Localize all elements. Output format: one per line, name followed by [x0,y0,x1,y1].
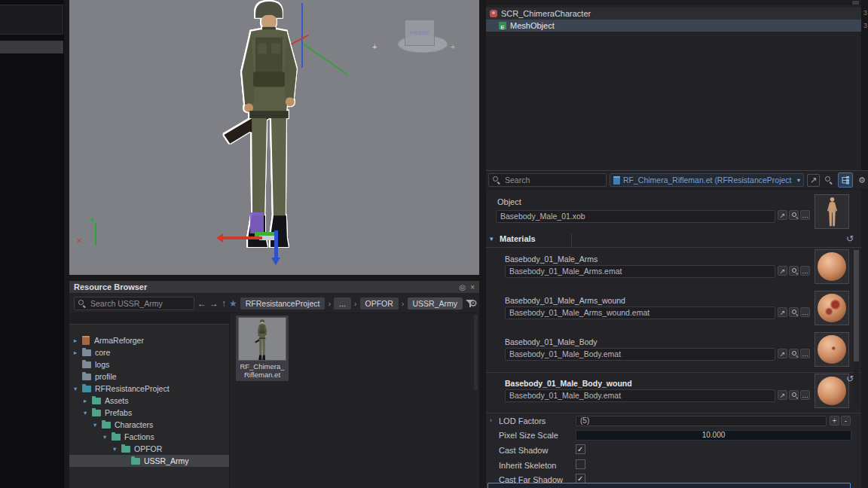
resource-search-input[interactable] [89,298,190,309]
tree-item-core[interactable]: core [69,346,229,358]
more-button[interactable] [800,390,810,400]
origin-axis-line [95,223,96,246]
back-button[interactable]: ← [197,298,206,309]
expand-arrow-icon[interactable]: › [490,416,492,424]
find-resource-button[interactable] [823,174,835,186]
material-thumbnail[interactable] [815,291,849,325]
pixel-size-scale-slider[interactable]: 10.000 [576,430,851,441]
tree-item-opfor[interactable]: OPFOR [69,443,229,455]
tree-item-factions[interactable]: Factions [69,431,229,443]
browse-icon[interactable] [789,390,799,400]
tree-item-rfresistanceproject[interactable]: RFResistanceProject [69,383,229,395]
view-cube[interactable]: FRONT [405,20,435,46]
lod-factors-field[interactable]: (5) [576,416,827,426]
view-cube-label: FRONT [410,30,430,35]
material-thumbnail[interactable] [815,374,849,408]
breadcrumb-ellipsis[interactable]: ... [334,297,351,310]
hierarchy-view-button[interactable] [838,172,853,188]
favorites-icon[interactable]: ★ [229,298,237,309]
tree-item-characters[interactable]: Characters [69,419,229,431]
breadcrumb-root[interactable]: RFResistanceProject [240,297,326,310]
gizmo-blue-line[interactable] [301,3,303,68]
object-path-field[interactable]: Basebody_Male_01.xob [496,210,775,223]
resource-grid[interactable]: RF_Chimera_Rifleman.et [231,313,479,488]
forward-button[interactable]: → [209,298,219,309]
open-button[interactable] [778,266,787,276]
more-button[interactable] [800,210,810,220]
gizmo-x-arrow[interactable] [223,236,262,239]
collapse-arrow-icon[interactable] [74,385,82,392]
collapse-arrow-icon[interactable]: ▾ [490,235,494,242]
add-lod-button[interactable]: + [830,416,839,425]
property-search-input[interactable] [503,175,602,185]
up-button[interactable]: ↑ [222,298,226,309]
open-button[interactable] [778,390,787,400]
folder-icon [121,446,130,453]
property-search-box[interactable] [488,173,607,187]
remove-lod-button[interactable]: - [841,416,851,425]
gizmo-z-arrow[interactable] [274,230,278,258]
material-path-field[interactable]: Basebody_01_Male_Body.emat [505,348,775,361]
scrollbar-thumb[interactable] [854,250,859,361]
more-button[interactable] [800,349,810,358]
3d-viewport[interactable]: + × FRONT + + [69,0,479,275]
resource-browser-header[interactable]: Resource Browser ◎ × [69,281,479,294]
resource-dropdown-value: RF_Chimera_Rifleman.et (RFResistanceProj… [623,175,794,185]
scrollbar[interactable] [854,250,859,407]
breadcrumb-current[interactable]: USSR_Army [408,297,463,310]
settings-gear-icon[interactable]: ⚙ [856,174,868,186]
tree-item-profile[interactable]: profile [69,371,229,383]
asset-rf-chimera-rifleman[interactable]: RF_Chimera_Rifleman.et [236,316,289,381]
resource-selector-row: RF_Chimera_Rifleman.et (RFResistanceProj… [486,170,868,190]
open-resource-button[interactable]: ↗ [807,174,820,187]
expand-arrow-icon[interactable] [84,397,92,404]
open-button[interactable] [778,307,787,317]
collapse-arrow-icon[interactable] [113,445,121,453]
browse-icon[interactable] [789,307,799,317]
character-model-soldier[interactable] [212,0,326,255]
collapse-arrow-icon[interactable] [93,421,102,429]
reset-icon[interactable]: ↺ [846,374,854,384]
inherit-skeleton-checkbox[interactable] [576,459,585,469]
open-button[interactable] [778,210,787,220]
collapse-arrow-icon[interactable] [103,433,112,441]
tree-item-prefabs[interactable]: Prefabs [69,407,229,419]
reset-icon[interactable]: ↺ [846,233,854,244]
cast-shadow-checkbox[interactable] [576,444,585,454]
gizmo-violet-block[interactable] [250,212,264,233]
material-thumbnail[interactable] [815,249,849,284]
collapsed-panel-row[interactable] [0,41,63,53]
asset-thumbnail-soldier [252,319,272,361]
resource-dropdown[interactable]: RF_Chimera_Rifleman.et (RFResistanceProj… [610,173,804,187]
more-button[interactable] [800,307,810,317]
expand-arrow-icon[interactable] [74,337,82,344]
material-path-field[interactable]: Basebody_01_Male_Body.emat [505,389,775,402]
breadcrumb-opfor[interactable]: OPFOR [360,297,399,310]
material-path-field[interactable]: Basebody_01_Male_Arms.emat [505,265,775,278]
object-preview-thumbnail[interactable] [815,194,849,229]
tree-item-ussr-army[interactable]: USSR_Army [69,455,229,467]
skin-sphere [818,377,846,405]
collapse-arrow-icon[interactable] [84,409,92,416]
collapsed-panel-top[interactable] [0,5,63,35]
scrollbar-thumb[interactable] [852,1,859,5]
material-path-field[interactable]: Basebody_01_Male_Arms_wound.emat [505,307,775,319]
open-button[interactable] [778,349,787,358]
skin-sphere [818,252,846,281]
tree-item-armareforger[interactable]: ArmaReforger [69,334,229,346]
resource-search-box[interactable] [74,297,194,310]
scrollbar[interactable] [474,315,478,390]
browse-icon[interactable] [789,210,799,220]
hierarchy-row-meshobject[interactable]: MeshObject [486,20,861,32]
more-button[interactable] [800,266,810,276]
hierarchy-row-character[interactable]: SCR_ChimeraCharacter [486,8,861,20]
expand-arrow-icon[interactable] [74,349,82,356]
dock-icon[interactable]: ◎ [459,283,466,291]
tree-item-logs[interactable]: logs [69,358,229,371]
material-thumbnail[interactable] [815,332,849,367]
resource-browser-panel: Resource Browser ◎ × ← → ↑ ★ RFResistanc… [69,281,479,488]
browse-icon[interactable] [789,349,799,358]
close-icon[interactable]: × [470,283,475,291]
browse-icon[interactable] [789,266,799,276]
tree-item-assets[interactable]: Assets [69,395,229,407]
